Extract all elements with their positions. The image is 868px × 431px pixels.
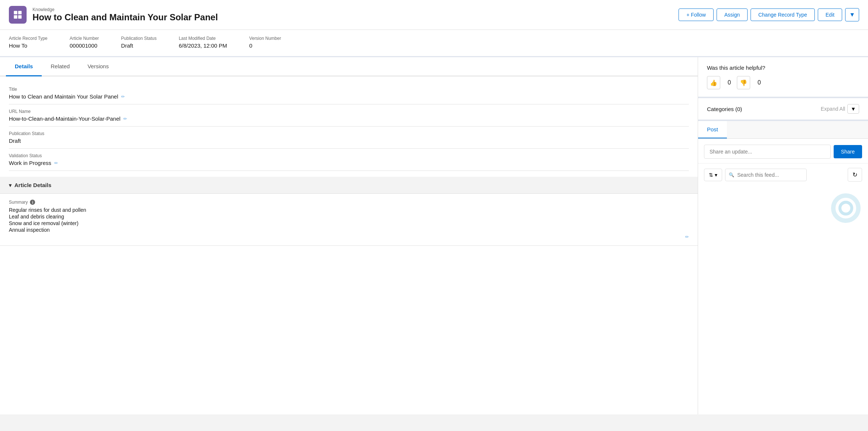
- search-feed-row: ⇅ ▾ ↻: [698, 163, 868, 186]
- thumbs-up-count: 0: [728, 79, 731, 86]
- share-row: Share: [698, 139, 868, 163]
- header-actions: + Follow Assign Change Record Type Edit …: [679, 8, 859, 21]
- publication-status-label: Publication Status: [121, 36, 157, 41]
- tabs: Details Related Versions: [0, 57, 698, 76]
- summary-edit-icon[interactable]: ✏: [685, 234, 689, 239]
- details-content: Title How to Clean and Maintain Your Sol…: [0, 76, 698, 177]
- svg-rect-2: [14, 15, 17, 18]
- article-number-value: 000001000: [70, 42, 99, 49]
- expand-all-row: Expand All ▼: [821, 104, 859, 114]
- categories-card: Categories (0) Expand All ▼: [698, 98, 868, 121]
- chevron-down-icon: ▾: [9, 182, 11, 188]
- tab-details[interactable]: Details: [6, 57, 42, 76]
- info-icon: i: [30, 200, 35, 205]
- url-name-label: URL Name: [9, 109, 689, 114]
- pub-status-text: Draft: [9, 138, 21, 144]
- feed-tabs: Post: [698, 121, 868, 139]
- summary-line-1: Regular rinses for dust and pollen: [9, 207, 689, 213]
- main-layout: Details Related Versions Title How to Cl…: [0, 57, 868, 414]
- feed-card: Post Share ⇅ ▾ ↻: [698, 121, 868, 414]
- field-publication-status: Publication Status Draft: [9, 127, 689, 149]
- pub-status-value: Draft: [9, 138, 689, 144]
- last-modified-value: 6/8/2023, 12:00 PM: [179, 42, 227, 49]
- decorative-circles: [698, 186, 868, 230]
- article-details-section-header[interactable]: ▾ Article Details: [0, 177, 698, 194]
- dropdown-button[interactable]: ▼: [845, 8, 859, 21]
- url-name-value: How-to-Clean-and-Maintain-Your-Solar-Pan…: [9, 115, 689, 122]
- share-button[interactable]: Share: [834, 145, 862, 158]
- validation-status-value: Work in Progress ✏: [9, 160, 689, 166]
- summary-line-4: Annual inspection: [9, 227, 689, 233]
- page-title: How to Clean and Maintain Your Solar Pan…: [33, 12, 218, 23]
- header-left: Knowledge How to Clean and Maintain Your…: [9, 6, 218, 24]
- field-url-name: URL Name How-to-Clean-and-Maintain-Your-…: [9, 104, 689, 127]
- version-number-value: 0: [249, 42, 281, 49]
- circle-inner: [838, 201, 853, 216]
- assign-button[interactable]: Assign: [717, 8, 748, 21]
- sort-icon: ⇅: [709, 172, 713, 178]
- page-header: Knowledge How to Clean and Maintain Your…: [0, 0, 868, 30]
- refresh-button[interactable]: ↻: [848, 168, 862, 182]
- last-modified-label: Last Modified Date: [179, 36, 227, 41]
- sort-dropdown-icon: ▾: [715, 172, 717, 178]
- thumbs-down-count: 0: [758, 79, 761, 86]
- helpful-actions: 👍 0 👎 0: [707, 76, 859, 89]
- search-feed-input[interactable]: [725, 169, 807, 181]
- meta-last-modified: Last Modified Date 6/8/2023, 12:00 PM: [179, 36, 227, 49]
- summary-section: Summary i Regular rinses for dust and po…: [0, 194, 698, 246]
- expand-all-text: Expand All: [821, 106, 845, 112]
- meta-bar: Article Record Type How To Article Numbe…: [0, 30, 868, 57]
- meta-article-number: Article Number 000001000: [70, 36, 99, 49]
- feed-tab-inactive: [727, 121, 868, 138]
- categories-dropdown-button[interactable]: ▼: [847, 104, 859, 114]
- url-name-text: How-to-Clean-and-Maintain-Your-Solar-Pan…: [9, 115, 120, 122]
- svg-rect-3: [18, 15, 21, 18]
- edit-button[interactable]: Edit: [818, 8, 842, 21]
- categories-title: Categories (0): [707, 106, 742, 112]
- title-label: Title: [9, 87, 689, 92]
- helpful-card: Was this article helpful? 👍 0 👎 0: [698, 57, 868, 98]
- feed-tab-post[interactable]: Post: [698, 121, 727, 138]
- pub-status-label: Publication Status: [9, 131, 689, 136]
- summary-line-3: Snow and ice removal (winter): [9, 220, 689, 226]
- summary-label: Summary i: [9, 200, 689, 205]
- validation-status-edit-icon[interactable]: ✏: [54, 161, 58, 166]
- tab-versions[interactable]: Versions: [79, 57, 118, 76]
- summary-lines: Regular rinses for dust and pollen Leaf …: [9, 207, 689, 233]
- title-text: How to Clean and Maintain Your Solar Pan…: [9, 93, 118, 100]
- helpful-title: Was this article helpful?: [707, 65, 859, 71]
- left-panel: Details Related Versions Title How to Cl…: [0, 57, 698, 414]
- validation-status-text: Work in Progress: [9, 160, 51, 166]
- search-feed-wrapper: [725, 169, 845, 181]
- field-title: Title How to Clean and Maintain Your Sol…: [9, 82, 689, 104]
- app-icon: [9, 6, 27, 24]
- sort-button[interactable]: ⇅ ▾: [704, 169, 722, 181]
- field-group-main: Title How to Clean and Maintain Your Sol…: [9, 82, 689, 171]
- article-details-label: Article Details: [14, 182, 51, 188]
- title-value: How to Clean and Maintain Your Solar Pan…: [9, 93, 689, 100]
- meta-publication-status: Publication Status Draft: [121, 36, 157, 49]
- svg-rect-0: [14, 11, 17, 14]
- right-panel: Was this article helpful? 👍 0 👎 0 Catego…: [698, 57, 868, 414]
- follow-button[interactable]: + Follow: [679, 8, 714, 21]
- version-number-label: Version Number: [249, 36, 281, 41]
- summary-label-text: Summary: [9, 200, 28, 205]
- article-number-label: Article Number: [70, 36, 99, 41]
- meta-version-number: Version Number 0: [249, 36, 281, 49]
- share-input[interactable]: [704, 145, 831, 159]
- field-validation-status: Validation Status Work in Progress ✏: [9, 149, 689, 171]
- tab-related[interactable]: Related: [42, 57, 79, 76]
- thumbs-down-button[interactable]: 👎: [737, 76, 750, 89]
- circle-outer: [831, 193, 861, 223]
- article-record-type-value: How To: [9, 42, 48, 49]
- svg-rect-1: [18, 11, 21, 14]
- thumbs-up-button[interactable]: 👍: [707, 76, 720, 89]
- title-edit-icon[interactable]: ✏: [121, 94, 125, 99]
- publication-status-value: Draft: [121, 42, 157, 49]
- header-text: Knowledge How to Clean and Maintain Your…: [33, 7, 218, 23]
- article-record-type-label: Article Record Type: [9, 36, 48, 41]
- summary-line-2: Leaf and debris clearing: [9, 214, 689, 220]
- app-label: Knowledge: [33, 7, 218, 12]
- change-record-type-button[interactable]: Change Record Type: [751, 8, 815, 21]
- url-name-edit-icon[interactable]: ✏: [123, 116, 127, 121]
